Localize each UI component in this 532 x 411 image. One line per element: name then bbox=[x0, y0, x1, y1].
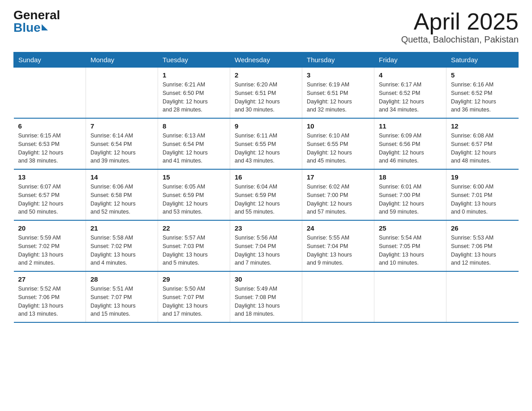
week-row-5: 27Sunrise: 5:52 AMSunset: 7:06 PMDayligh… bbox=[14, 271, 519, 322]
calendar-cell: 9Sunrise: 6:11 AMSunset: 6:55 PMDaylight… bbox=[230, 118, 302, 169]
header-saturday: Saturday bbox=[446, 52, 519, 68]
day-number: 25 bbox=[379, 224, 442, 232]
day-number: 29 bbox=[163, 275, 225, 283]
month-title: April 2025 bbox=[401, 9, 519, 34]
calendar-cell: 27Sunrise: 5:52 AMSunset: 7:06 PMDayligh… bbox=[14, 271, 86, 322]
header-row: Sunday Monday Tuesday Wednesday Thursday… bbox=[14, 52, 519, 68]
day-number: 2 bbox=[235, 71, 297, 79]
calendar-cell: 25Sunrise: 5:54 AMSunset: 7:05 PMDayligh… bbox=[374, 220, 446, 271]
day-number: 4 bbox=[379, 71, 442, 79]
day-info: Sunrise: 6:04 AMSunset: 6:59 PMDaylight:… bbox=[235, 183, 297, 216]
calendar-cell bbox=[86, 68, 158, 119]
header-sunday: Sunday bbox=[14, 52, 86, 68]
day-info: Sunrise: 6:09 AMSunset: 6:56 PMDaylight:… bbox=[379, 132, 442, 165]
calendar-cell: 8Sunrise: 6:13 AMSunset: 6:54 PMDaylight… bbox=[158, 118, 230, 169]
day-info: Sunrise: 6:15 AMSunset: 6:53 PMDaylight:… bbox=[18, 132, 82, 165]
day-number: 27 bbox=[18, 275, 82, 283]
header-thursday: Thursday bbox=[302, 52, 374, 68]
day-number: 15 bbox=[163, 173, 225, 181]
calendar-cell: 18Sunrise: 6:01 AMSunset: 7:00 PMDayligh… bbox=[374, 169, 446, 220]
day-number: 16 bbox=[235, 173, 297, 181]
calendar-cell: 29Sunrise: 5:50 AMSunset: 7:07 PMDayligh… bbox=[158, 271, 230, 322]
day-number: 5 bbox=[451, 71, 514, 79]
day-info: Sunrise: 6:19 AMSunset: 6:51 PMDaylight:… bbox=[307, 81, 369, 114]
calendar-cell: 16Sunrise: 6:04 AMSunset: 6:59 PMDayligh… bbox=[230, 169, 302, 220]
calendar-cell bbox=[446, 271, 519, 322]
calendar-table: Sunday Monday Tuesday Wednesday Thursday… bbox=[13, 52, 519, 323]
day-number: 3 bbox=[307, 71, 369, 79]
header-friday: Friday bbox=[374, 52, 446, 68]
day-info: Sunrise: 5:49 AMSunset: 7:08 PMDaylight:… bbox=[235, 285, 297, 318]
calendar-cell: 17Sunrise: 6:02 AMSunset: 7:00 PMDayligh… bbox=[302, 169, 374, 220]
day-number: 12 bbox=[451, 122, 514, 130]
day-number: 28 bbox=[90, 275, 153, 283]
day-info: Sunrise: 6:21 AMSunset: 6:50 PMDaylight:… bbox=[163, 81, 225, 114]
day-info: Sunrise: 6:10 AMSunset: 6:55 PMDaylight:… bbox=[307, 132, 369, 165]
day-number: 14 bbox=[90, 173, 153, 181]
day-info: Sunrise: 5:56 AMSunset: 7:04 PMDaylight:… bbox=[235, 234, 297, 267]
logo-triangle-icon bbox=[42, 24, 48, 30]
title-block: April 2025 Quetta, Balochistan, Pakistan bbox=[401, 9, 519, 45]
calendar-cell: 30Sunrise: 5:49 AMSunset: 7:08 PMDayligh… bbox=[230, 271, 302, 322]
day-number: 19 bbox=[451, 173, 514, 181]
day-info: Sunrise: 6:00 AMSunset: 7:01 PMDaylight:… bbox=[451, 183, 514, 216]
calendar-cell: 14Sunrise: 6:06 AMSunset: 6:58 PMDayligh… bbox=[86, 169, 158, 220]
calendar-cell: 28Sunrise: 5:51 AMSunset: 7:07 PMDayligh… bbox=[86, 271, 158, 322]
calendar-cell: 1Sunrise: 6:21 AMSunset: 6:50 PMDaylight… bbox=[158, 68, 230, 119]
calendar-cell: 21Sunrise: 5:58 AMSunset: 7:02 PMDayligh… bbox=[86, 220, 158, 271]
day-number: 30 bbox=[235, 275, 297, 283]
header-tuesday: Tuesday bbox=[158, 52, 230, 68]
day-info: Sunrise: 6:07 AMSunset: 6:57 PMDaylight:… bbox=[18, 183, 82, 216]
day-info: Sunrise: 6:08 AMSunset: 6:57 PMDaylight:… bbox=[451, 132, 514, 165]
calendar-cell: 22Sunrise: 5:57 AMSunset: 7:03 PMDayligh… bbox=[158, 220, 230, 271]
day-info: Sunrise: 5:50 AMSunset: 7:07 PMDaylight:… bbox=[163, 285, 225, 318]
calendar-cell: 23Sunrise: 5:56 AMSunset: 7:04 PMDayligh… bbox=[230, 220, 302, 271]
day-number: 17 bbox=[307, 173, 369, 181]
calendar-cell: 11Sunrise: 6:09 AMSunset: 6:56 PMDayligh… bbox=[374, 118, 446, 169]
week-row-4: 20Sunrise: 5:59 AMSunset: 7:02 PMDayligh… bbox=[14, 220, 519, 271]
calendar-header: Sunday Monday Tuesday Wednesday Thursday… bbox=[14, 52, 519, 68]
day-number: 21 bbox=[90, 224, 153, 232]
logo-general-text: General bbox=[13, 9, 60, 21]
page-header: General Blue April 2025 Quetta, Balochis… bbox=[13, 9, 519, 45]
day-number: 10 bbox=[307, 122, 369, 130]
logo-blue-text: Blue bbox=[13, 21, 41, 34]
logo: General Blue bbox=[13, 9, 60, 34]
calendar-cell: 15Sunrise: 6:05 AMSunset: 6:59 PMDayligh… bbox=[158, 169, 230, 220]
day-info: Sunrise: 5:54 AMSunset: 7:05 PMDaylight:… bbox=[379, 234, 442, 267]
day-info: Sunrise: 5:59 AMSunset: 7:02 PMDaylight:… bbox=[18, 234, 82, 267]
day-info: Sunrise: 5:53 AMSunset: 7:06 PMDaylight:… bbox=[451, 234, 514, 267]
week-row-3: 13Sunrise: 6:07 AMSunset: 6:57 PMDayligh… bbox=[14, 169, 519, 220]
day-info: Sunrise: 5:51 AMSunset: 7:07 PMDaylight:… bbox=[90, 285, 153, 318]
day-info: Sunrise: 6:13 AMSunset: 6:54 PMDaylight:… bbox=[163, 132, 225, 165]
calendar-cell: 6Sunrise: 6:15 AMSunset: 6:53 PMDaylight… bbox=[14, 118, 86, 169]
day-number: 9 bbox=[235, 122, 297, 130]
day-number: 23 bbox=[235, 224, 297, 232]
day-number: 26 bbox=[451, 224, 514, 232]
day-info: Sunrise: 6:05 AMSunset: 6:59 PMDaylight:… bbox=[163, 183, 225, 216]
day-info: Sunrise: 5:55 AMSunset: 7:04 PMDaylight:… bbox=[307, 234, 369, 267]
calendar-cell bbox=[302, 271, 374, 322]
week-row-1: 1Sunrise: 6:21 AMSunset: 6:50 PMDaylight… bbox=[14, 68, 519, 119]
calendar-cell: 4Sunrise: 6:17 AMSunset: 6:52 PMDaylight… bbox=[374, 68, 446, 119]
calendar-cell: 3Sunrise: 6:19 AMSunset: 6:51 PMDaylight… bbox=[302, 68, 374, 119]
day-info: Sunrise: 6:20 AMSunset: 6:51 PMDaylight:… bbox=[235, 81, 297, 114]
calendar-cell: 7Sunrise: 6:14 AMSunset: 6:54 PMDaylight… bbox=[86, 118, 158, 169]
day-number: 1 bbox=[163, 71, 225, 79]
day-info: Sunrise: 6:14 AMSunset: 6:54 PMDaylight:… bbox=[90, 132, 153, 165]
day-number: 11 bbox=[379, 122, 442, 130]
day-number: 7 bbox=[90, 122, 153, 130]
calendar-cell: 5Sunrise: 6:16 AMSunset: 6:52 PMDaylight… bbox=[446, 68, 519, 119]
calendar-cell: 10Sunrise: 6:10 AMSunset: 6:55 PMDayligh… bbox=[302, 118, 374, 169]
day-number: 20 bbox=[18, 224, 82, 232]
calendar-cell: 24Sunrise: 5:55 AMSunset: 7:04 PMDayligh… bbox=[302, 220, 374, 271]
header-monday: Monday bbox=[86, 52, 158, 68]
day-info: Sunrise: 6:17 AMSunset: 6:52 PMDaylight:… bbox=[379, 81, 442, 114]
day-info: Sunrise: 6:06 AMSunset: 6:58 PMDaylight:… bbox=[90, 183, 153, 216]
calendar-cell bbox=[374, 271, 446, 322]
week-row-2: 6Sunrise: 6:15 AMSunset: 6:53 PMDaylight… bbox=[14, 118, 519, 169]
day-info: Sunrise: 5:58 AMSunset: 7:02 PMDaylight:… bbox=[90, 234, 153, 267]
calendar-cell: 26Sunrise: 5:53 AMSunset: 7:06 PMDayligh… bbox=[446, 220, 519, 271]
calendar-cell: 12Sunrise: 6:08 AMSunset: 6:57 PMDayligh… bbox=[446, 118, 519, 169]
calendar-body: 1Sunrise: 6:21 AMSunset: 6:50 PMDaylight… bbox=[14, 68, 519, 323]
